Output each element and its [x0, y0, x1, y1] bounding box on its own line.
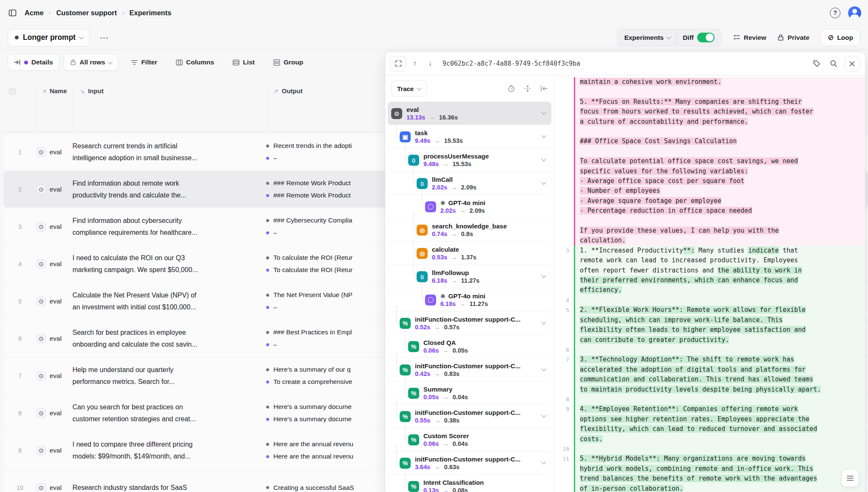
- diff-line-text: ### Office Space Cost Savings Calculatio…: [574, 136, 865, 146]
- close-icon[interactable]: [844, 56, 860, 72]
- trace-span-row[interactable]: % initFunction-Customer support-C... 0.4…: [388, 358, 551, 381]
- more-menu-button[interactable]: ⋯: [95, 30, 113, 45]
- search-icon[interactable]: [827, 57, 840, 70]
- trace-span-row[interactable]: % Summary 0.05s→0.04s: [388, 381, 551, 405]
- arrow-to-line-icon: [14, 59, 21, 65]
- list-button[interactable]: List: [227, 54, 261, 71]
- span-name: Closed QA: [423, 339, 468, 346]
- tag-icon[interactable]: [810, 57, 823, 70]
- output-dot-gray: [266, 331, 269, 334]
- span-name: search_knowledge_base: [432, 222, 507, 230]
- trace-span-row[interactable]: () processUserMessage 9.48s→15.53s: [388, 148, 551, 172]
- diff-line-number: [554, 136, 574, 146]
- span-name: eval: [406, 106, 458, 113]
- details-button[interactable]: Details: [8, 54, 59, 71]
- diff-line-number: [554, 156, 574, 166]
- trace-span-row[interactable]: % Custom Scorer 0.06s→0.04s: [388, 428, 551, 451]
- diff-line-number: [554, 236, 574, 245]
- trace-span-row[interactable]: ❋GPT-4o mini 2.02s→2.09s: [388, 195, 551, 218]
- diff-menu-button[interactable]: [841, 469, 859, 487]
- trace-span-row[interactable]: % initFunction-Customer support-C... 0.5…: [388, 311, 551, 335]
- breadcrumb: Acme › Customer support › Experiments: [25, 8, 171, 17]
- loop-button[interactable]: ⊘ Loop: [821, 29, 860, 46]
- diff-removed-line: [554, 216, 865, 226]
- experiment-status-dot: [15, 36, 19, 39]
- percent-icon: %: [400, 318, 411, 329]
- eval-target-icon: ⊙: [36, 147, 46, 157]
- diff-line-text: calculation.: [574, 236, 865, 245]
- row-name-label: eval: [50, 335, 61, 342]
- trace-span-row[interactable]: % initFunction-Customer support-C... 3.6…: [388, 451, 551, 475]
- output-dot-gray: [266, 368, 269, 371]
- avatar[interactable]: [848, 6, 861, 19]
- output-dot-gray: [266, 406, 269, 409]
- diff-line-text: [574, 345, 865, 355]
- diff-line-number: [554, 206, 574, 216]
- eval-target-icon: ⊙: [36, 371, 46, 381]
- diff-added-line: 31. **Increased Productivity**: Many stu…: [554, 246, 865, 256]
- previous-row-button[interactable]: ↑: [409, 57, 421, 70]
- collapse-left-icon[interactable]: [540, 85, 548, 92]
- columns-icon: [176, 59, 183, 66]
- trace-span-row[interactable]: () llmCall 2.02s→2.09s: [388, 172, 551, 195]
- span-name: llmFollowup: [432, 269, 479, 276]
- trace-span-row[interactable]: % initFunction-Customer support-C... 0.5…: [388, 405, 551, 428]
- experiment-selector[interactable]: Longer prompt: [8, 29, 89, 47]
- filter-button[interactable]: Filter: [125, 54, 163, 71]
- diff-removed-line: To calculate potential office space cost…: [554, 156, 865, 166]
- breadcrumb-project[interactable]: Customer support: [56, 9, 117, 17]
- review-button[interactable]: Review: [733, 34, 766, 42]
- diff-line-text: a culture of accountability and performa…: [574, 117, 865, 127]
- breadcrumb-org[interactable]: Acme: [25, 9, 44, 17]
- trace-span-row[interactable]: ◎ calculate 0.53s→1.37s: [388, 242, 551, 265]
- column-header-name[interactable]: ≡ Name: [36, 83, 72, 132]
- help-icon[interactable]: ?: [830, 8, 840, 18]
- span-name: initFunction-Customer support-C...: [415, 409, 520, 416]
- trace-span-row[interactable]: ◎ search_knowledge_base 0.74s→0.8s: [388, 218, 551, 242]
- timer-icon[interactable]: [508, 85, 515, 92]
- trace-span-row[interactable]: % Closed QA 0.06s→0.05s: [388, 335, 551, 358]
- function-icon: (): [408, 155, 419, 166]
- trace-span-row[interactable]: () llmFollowup 6.18s→11.27s: [388, 265, 551, 288]
- eval-target-icon: ⊙: [36, 222, 46, 231]
- trace-view-dropdown[interactable]: Trace: [391, 81, 427, 97]
- output-dot-gray: [266, 182, 269, 185]
- span-name: processUserMessage: [423, 153, 489, 160]
- diff-toggle[interactable]: [697, 33, 715, 42]
- select-all-checkbox[interactable]: [9, 88, 16, 95]
- trace-span-row[interactable]: ❋GPT-4o mini 6.18s→11.27s: [388, 288, 551, 311]
- collapse-vertical-icon[interactable]: [524, 85, 531, 92]
- private-button[interactable]: Private: [777, 34, 810, 42]
- trace-span-row[interactable]: % Intent Classification 0.13s→0.08s: [388, 475, 551, 492]
- column-header-input[interactable]: ↘ Input: [72, 83, 266, 132]
- breadcrumb-section[interactable]: Experiments: [129, 9, 171, 17]
- diff-line-number: [554, 365, 574, 375]
- diff-line-number: 8: [554, 395, 574, 404]
- view-selector-dropdown[interactable]: Experiments: [618, 34, 676, 42]
- row-input-cell: Find information about remote workproduc…: [72, 171, 266, 207]
- diff-line-text: scheduling, which can improve work-life …: [574, 315, 865, 325]
- top-bar: Acme › Customer support › Experiments ?: [0, 0, 868, 25]
- diff-line-text: flexibility often leads to higher employ…: [574, 325, 865, 335]
- trace-view-label: Trace: [397, 85, 414, 92]
- sidebar-toggle-icon[interactable]: [7, 7, 18, 18]
- trace-span-row[interactable]: ⊙ eval 13.13s→16.36s: [388, 102, 551, 125]
- row-number: 5: [3, 283, 36, 319]
- row-name-label: eval: [50, 372, 61, 380]
- expand-trace-icon[interactable]: [390, 56, 406, 72]
- eval-target-icon: ⊙: [36, 483, 46, 492]
- rows-filter-dropdown[interactable]: All rows: [64, 54, 118, 71]
- trace-span-row[interactable]: ▣ task 9.49s→15.53s: [388, 125, 551, 148]
- chevron-down-icon: [541, 273, 546, 278]
- diff-line-number: [554, 196, 574, 206]
- span-durations: 9.49s→15.53s: [415, 137, 463, 144]
- diff-added-line: hybrid work models, combining remote and…: [554, 464, 865, 474]
- group-button[interactable]: Group: [267, 54, 309, 71]
- eval-target-icon: ⊙: [36, 297, 46, 306]
- next-row-button[interactable]: ↓: [424, 57, 437, 70]
- diff-line-text: can contribute to greater productivity.: [574, 335, 865, 345]
- diff-added-line: 10: [554, 444, 865, 454]
- columns-button[interactable]: Columns: [170, 54, 220, 71]
- diff-line-text: of in-person collaboration.: [574, 484, 865, 492]
- diff-added-line: flexibility often leads to higher employ…: [554, 325, 865, 335]
